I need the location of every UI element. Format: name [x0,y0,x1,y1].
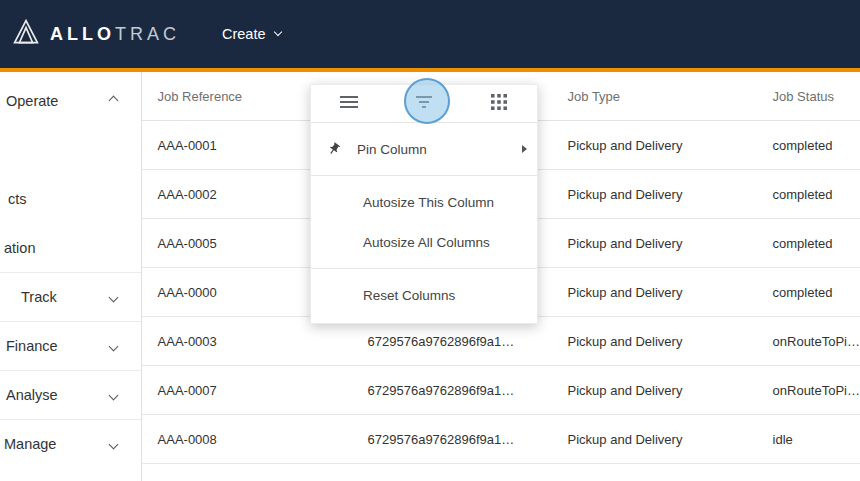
sidebar-item-track[interactable]: Track [0,272,141,321]
app-window: ALLOTRAC Create Operate cts ation Track [0,0,860,481]
sidebar-nav: Operate cts ation Track Finance Analyse [0,72,142,481]
sidebar-item-label: Operate [6,93,58,109]
cell-job-status: completed [757,236,860,251]
brand-bold: ALLO [50,24,115,44]
cell-job-type: Pickup and Delivery [552,383,757,398]
cell-job-type: Pickup and Delivery [552,138,757,153]
submenu-arrow-icon [522,145,527,153]
cell-job-id: 6729576a9762896f9a1… [352,432,552,447]
cell-job-status: onRouteToPi… [757,334,860,349]
sidebar-item-label: ation [4,240,35,256]
chevron-down-icon [108,439,118,449]
chevron-down-icon [108,341,118,351]
allotrac-logo: ALLOTRAC [12,18,180,50]
cell-job-id: 6729576a9762896f9a1… [352,334,552,349]
column-menu-list: Pin Column Autosize This Column Autosize… [311,123,537,323]
cell-job-type: Pickup and Delivery [552,236,757,251]
brand-text: ALLOTRAC [50,24,180,45]
sidebar-item-manage[interactable]: Manage [0,419,141,468]
brand-light: TRAC [115,24,180,44]
sidebar-item-blank[interactable] [0,125,141,174]
columns-grid-icon [491,94,507,114]
cell-job-status: idle [757,432,860,447]
cell-job-status: completed [757,187,860,202]
menu-separator [311,175,537,176]
cell-job-status: completed [757,285,860,300]
table-row[interactable]: AAA-0003 6729576a9762896f9a1… Pickup and… [142,317,860,366]
menu-separator [311,268,537,269]
sidebar-item-operate[interactable]: Operate [0,76,141,125]
column-menu-tabs [311,85,537,123]
sidebar-item-finance[interactable]: Finance [0,321,141,370]
hamburger-menu-icon [340,95,358,113]
cell-job-status: completed [757,138,860,153]
create-menu-label: Create [222,26,266,42]
cell-job-type: Pickup and Delivery [552,187,757,202]
menu-item-reset-columns[interactable]: Reset Columns [311,275,537,315]
tab-columns[interactable] [475,89,523,119]
column-header-job-type[interactable]: Job Type [552,89,757,104]
cell-job-status: onRouteToPi… [757,383,860,398]
tab-general-menu[interactable] [325,89,373,119]
tab-filter[interactable] [400,89,448,119]
cell-job-reference: AAA-0007 [142,383,352,398]
allotrac-logo-icon [12,18,40,50]
sidebar-item-contacts[interactable]: cts [0,174,141,223]
cell-job-reference: AAA-0003 [142,334,352,349]
column-header-job-status[interactable]: Job Status [757,89,860,104]
chevron-down-icon [108,292,118,302]
sidebar-item-label: Track [21,289,57,305]
top-nav: ALLOTRAC Create [0,0,860,68]
sidebar-item-label: Analyse [6,387,58,403]
sidebar-item-location[interactable]: ation [0,223,141,272]
column-menu-popup: Pin Column Autosize This Column Autosize… [310,84,538,324]
pin-icon [324,139,343,158]
chevron-down-icon [273,28,281,36]
table-row[interactable]: AAA-0007 6729576a9762896f9a1… Pickup and… [142,366,860,415]
create-menu-button[interactable]: Create [222,26,281,42]
menu-item-autosize-this-column[interactable]: Autosize This Column [311,182,537,222]
chevron-down-icon [108,390,118,400]
menu-item-autosize-all-columns[interactable]: Autosize All Columns [311,222,537,262]
sidebar-item-analyse[interactable]: Analyse [0,370,141,419]
menu-item-label: Pin Column [357,142,427,157]
sidebar-item-label: Finance [6,338,58,354]
chevron-up-icon [108,96,118,106]
cell-job-reference: AAA-0008 [142,432,352,447]
cell-job-type: Pickup and Delivery [552,334,757,349]
sidebar-item-label: Manage [4,436,56,452]
sidebar-item-label: cts [8,191,27,207]
table-row[interactable]: AAA-0008 6729576a9762896f9a1… Pickup and… [142,415,860,464]
cell-job-id: 6729576a9762896f9a1… [352,383,552,398]
cell-job-type: Pickup and Delivery [552,285,757,300]
menu-item-pin-column[interactable]: Pin Column [311,129,537,169]
cell-job-type: Pickup and Delivery [552,432,757,447]
filter-icon [415,95,433,113]
